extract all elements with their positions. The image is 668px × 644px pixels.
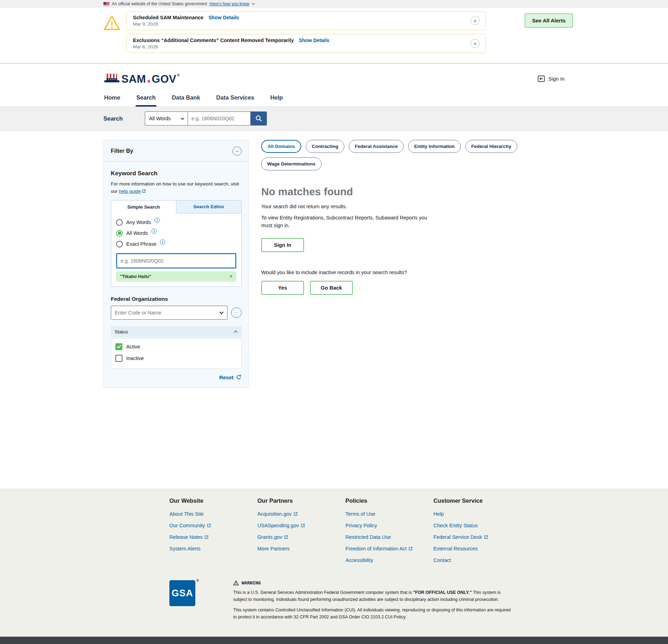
collapse-filter-icon[interactable]: − [232,147,242,156]
main-content: Filter By − Keyword Search For more info… [103,131,565,488]
pill-wage-determinations[interactable]: Wage Determinations [261,157,322,170]
keyword-input[interactable] [116,253,236,269]
show-details-link[interactable]: Show Details [208,15,239,20]
checkbox-inactive-unchecked[interactable] [115,355,122,362]
alert-maintenance: Scheduled SAM Maintenance Show Details M… [126,11,486,30]
search-mode-select[interactable]: All Words [145,111,188,126]
status-active-row[interactable]: Active [115,343,237,350]
footer-link-help[interactable]: Help [433,511,521,517]
search-input[interactable] [188,111,251,126]
see-all-alerts-button[interactable]: See All Alerts [525,13,573,28]
nav-help[interactable]: Help [270,91,284,107]
info-icon[interactable]: i [151,229,157,234]
footer-link-more-partners[interactable]: More Partners [257,546,345,551]
chevron-down-icon [252,3,255,5]
footer-col-title: Our Partners [257,497,345,504]
chevron-up-icon [234,330,238,333]
show-details-link[interactable]: Show Details [299,38,329,43]
yes-button[interactable]: Yes [261,281,304,295]
divider [104,161,249,162]
external-link-icon [284,535,288,539]
check-icon [117,345,121,348]
footer-link-foia[interactable]: Freedom of Information Act [345,546,433,551]
keyword-chip-text: "Tikabo Hailu" [120,274,151,279]
footer-link-about-this-site[interactable]: About This Site [169,511,257,517]
info-icon[interactable]: i [160,239,165,245]
warning-triangle-icon [233,580,239,585]
federal-organizations-input[interactable] [115,310,219,316]
checkbox-active-checked[interactable] [115,343,122,350]
footer-col-title: Our Website [169,497,257,504]
more-options-icon[interactable]: ··· [231,307,242,318]
nav-search[interactable]: Search [136,91,156,107]
footer-link-our-community[interactable]: Our Community [169,523,257,528]
nav-data-services[interactable]: Data Services [216,91,255,107]
registered-mark: ® [196,579,199,582]
search-strip: Search All Words [0,107,668,131]
pill-federal-assistance[interactable]: Federal Assistance [349,140,404,153]
radio-any-words-label: Any Words [126,219,151,225]
footer-link-acquisition-gov[interactable]: Acquisition.gov [257,511,345,517]
pill-all-domains[interactable]: All Domains [261,140,301,153]
pill-contracting[interactable]: Contracting [306,140,344,153]
sign-in-required-text: To view Entity Registrations, Subcontrac… [261,214,439,230]
close-icon[interactable]: × [471,16,480,25]
footer-col-our-website: Our Website About This Site Our Communit… [169,497,257,569]
site-footer: Our Website About This Site Our Communit… [0,488,668,637]
sign-in-button[interactable]: Sign In [261,238,304,252]
warning-triangle-icon [103,15,120,32]
star-icon: ★ [147,79,151,83]
footer-link-grants-gov[interactable]: Grants.gov [257,534,345,540]
search-button[interactable] [251,111,267,126]
status-inactive-row[interactable]: Inactive [115,355,237,362]
reset-refresh-icon[interactable] [236,374,242,380]
uncle-sam-hat-icon [103,73,120,84]
footer-link-restricted-data-use[interactable]: Restricted Data Use [345,534,433,540]
sam-gov-logo[interactable]: SAM★GOV® [103,73,180,84]
footer-link-federal-service-desk[interactable]: Federal Service Desk [433,534,521,540]
info-icon[interactable]: i [155,218,160,223]
radio-any-words[interactable] [116,219,123,226]
federal-organizations-select[interactable] [111,306,228,320]
site-header: SAM★GOV® Sign In [0,64,668,91]
help-guide-link[interactable]: help guide [119,189,141,194]
warning-paragraph-1: This is a U.S. General Services Administ… [233,589,514,603]
go-back-button[interactable]: Go Back [310,281,353,295]
alert-title: Scheduled SAM Maintenance [133,15,203,20]
registered-mark: ® [177,74,180,77]
nav-home[interactable]: Home [103,91,121,107]
close-icon[interactable]: × [471,39,480,48]
footer-link-contact[interactable]: Contact [433,557,521,563]
sign-in-link[interactable]: Sign In [538,75,565,82]
footer-link-usaspending-gov[interactable]: USASpending.gov [257,523,345,528]
simple-search-content: Any Words i All Words i Exact Phrase i "… [111,213,242,287]
footer-link-release-notes[interactable]: Release Notes [169,534,257,540]
how-you-know-link[interactable]: Here's how you know [209,1,249,6]
logo-sam: SAM [121,74,146,84]
reset-filters-link[interactable]: Reset [219,374,234,380]
external-link-icon [293,512,298,516]
status-section-toggle[interactable]: Status [111,326,242,338]
remove-chip-icon[interactable]: × [230,274,232,279]
status-options: Active Inactive [111,338,242,369]
tab-search-editor[interactable]: Search Editor [176,200,242,213]
footer-links: Our Website About This Site Our Communit… [169,497,668,569]
radio-exact-phrase[interactable] [116,241,123,248]
search-mode-value: All Words [149,116,171,121]
gov-banner-text: An official website of the United States… [112,1,207,6]
footer-link-terms-of-use[interactable]: Terms of Use [345,511,433,517]
pill-entity-information[interactable]: Entity Information [408,140,461,153]
nav-data-bank[interactable]: Data Bank [171,91,201,107]
keyword-help-text: For more information on how to use our k… [111,181,242,195]
keyword-search-title: Keyword Search [111,170,242,177]
footer-link-privacy-policy[interactable]: Privacy Policy [345,523,433,528]
radio-all-words[interactable] [116,230,123,237]
footer-link-external-resources[interactable]: External Resources [433,546,521,551]
footer-link-check-entity-status[interactable]: Check Entity Status [433,523,521,528]
footer-col-policies: Policies Terms of Use Privacy Policy Res… [345,497,433,569]
tab-simple-search[interactable]: Simple Search [111,200,176,213]
footer-link-system-alerts[interactable]: System Alerts [169,546,257,551]
footer-link-accessibility[interactable]: Accessibility [345,557,433,563]
status-inactive-label: Inactive [126,355,144,361]
pill-federal-hierarchy[interactable]: Federal Hierarchy [465,140,517,153]
